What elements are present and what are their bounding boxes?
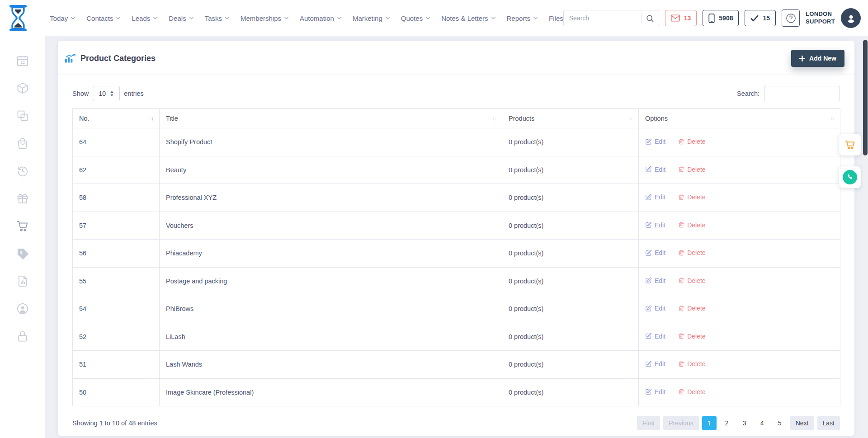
nav-item-marketing[interactable]: Marketing xyxy=(353,14,390,22)
nav-item-tasks[interactable]: Tasks xyxy=(205,14,229,22)
pagination-last[interactable]: Last xyxy=(817,416,840,430)
global-search-input[interactable] xyxy=(564,14,641,22)
tasks-badge[interactable]: 15 xyxy=(745,10,776,26)
table-search-input[interactable] xyxy=(764,86,840,101)
edit-label: Edit xyxy=(655,221,665,229)
delete-label: Delete xyxy=(687,138,705,145)
nav-item-deals[interactable]: Deals xyxy=(169,14,193,22)
topbar-right: 13 5908 15 LONDON SUPPORT xyxy=(563,8,868,28)
edit-button[interactable]: Edit xyxy=(645,277,665,284)
cell-title: Lash Wands xyxy=(160,351,502,379)
nav-item-leads[interactable]: Leads xyxy=(132,14,157,22)
edit-button[interactable]: Edit xyxy=(645,138,665,145)
help-button[interactable] xyxy=(782,9,800,27)
user-name[interactable]: LONDON SUPPORT xyxy=(806,10,835,26)
column-header-options[interactable]: Options↑↓ xyxy=(639,109,840,128)
floating-phone-button[interactable] xyxy=(839,166,861,188)
edit-icon xyxy=(645,250,652,256)
sidebar-item-support[interactable] xyxy=(16,302,29,315)
edit-label: Edit xyxy=(655,277,665,284)
column-header-no[interactable]: No.↑↓ xyxy=(73,109,160,128)
edit-label: Edit xyxy=(655,305,665,312)
pagination-next[interactable]: Next xyxy=(790,416,814,430)
nav-item-reports[interactable]: Reports xyxy=(507,14,538,22)
column-header-products[interactable]: Products↑↓ xyxy=(502,109,639,128)
delete-button[interactable]: Delete xyxy=(678,333,705,340)
sidebar-item-calendar[interactable]: 12 xyxy=(16,54,29,67)
edit-button[interactable]: Edit xyxy=(645,249,665,256)
nav-item-automation[interactable]: Automation xyxy=(300,14,341,22)
cell-no: 50 xyxy=(73,378,160,406)
sidebar-item-gift[interactable] xyxy=(16,192,29,205)
edit-button[interactable]: Edit xyxy=(645,333,665,340)
floating-cart-button[interactable] xyxy=(839,134,861,155)
pagination-page-5[interactable]: 5 xyxy=(773,416,787,430)
cell-no: 57 xyxy=(73,212,160,240)
trash-icon xyxy=(678,138,684,145)
sidebar-item-lock[interactable] xyxy=(16,330,29,343)
delete-button[interactable]: Delete xyxy=(678,221,705,229)
edit-icon xyxy=(645,388,652,395)
edit-button[interactable]: Edit xyxy=(645,360,665,367)
sidebar-item-price-tag[interactable]: $ xyxy=(16,247,29,260)
nav-item-memberships[interactable]: Memberships xyxy=(241,14,288,22)
gift-icon xyxy=(16,192,29,205)
edit-button[interactable]: Edit xyxy=(645,388,665,396)
calls-badge[interactable]: 5908 xyxy=(703,10,739,26)
sidebar-item-cart[interactable] xyxy=(16,220,29,232)
sidebar-item-shopping-bag[interactable] xyxy=(16,137,29,150)
nav-item-notes-letters[interactable]: Notes & Letters xyxy=(441,14,495,22)
trash-icon xyxy=(678,166,684,173)
messages-badge[interactable]: 13 xyxy=(665,10,697,26)
cell-no: 51 xyxy=(73,351,160,379)
cell-title: Beauty xyxy=(160,156,502,184)
pagination-first[interactable]: First xyxy=(637,416,660,430)
edit-button[interactable]: Edit xyxy=(645,166,665,173)
nav-item-quotes[interactable]: Quotes xyxy=(401,14,430,22)
delete-button[interactable]: Delete xyxy=(678,138,705,145)
chart-icon xyxy=(65,53,76,63)
delete-button[interactable]: Delete xyxy=(678,166,705,173)
pagination-page-3[interactable]: 3 xyxy=(737,416,752,430)
user-icon xyxy=(846,13,856,24)
delete-button[interactable]: Delete xyxy=(678,249,705,256)
page-length-select[interactable]: 10 xyxy=(93,86,120,101)
add-new-button[interactable]: Add New xyxy=(791,50,844,67)
avatar[interactable] xyxy=(841,8,861,28)
pagination-page-4[interactable]: 4 xyxy=(755,416,769,430)
plus-icon xyxy=(799,56,805,61)
sidebar-item-report[interactable] xyxy=(16,275,29,287)
cell-no: 54 xyxy=(73,295,160,323)
delete-label: Delete xyxy=(687,277,705,284)
cell-title: Professional XYZ xyxy=(160,184,502,212)
table-row: 62Beauty0 product(s)EditDelete xyxy=(73,156,840,184)
tasks-count: 15 xyxy=(763,14,770,22)
delete-button[interactable]: Delete xyxy=(678,193,705,201)
pagination-previous[interactable]: Previous xyxy=(663,416,698,430)
delete-button[interactable]: Delete xyxy=(678,388,705,396)
delete-button[interactable]: Delete xyxy=(678,360,705,367)
sidebar-item-history[interactable] xyxy=(16,165,29,177)
cell-products: 0 product(s) xyxy=(502,156,639,184)
scrollbar-track[interactable] xyxy=(863,36,868,438)
cell-title: Shopify Product xyxy=(160,128,502,156)
scrollbar-thumb[interactable] xyxy=(863,40,868,155)
sidebar-item-copy[interactable] xyxy=(16,109,29,122)
delete-button[interactable]: Delete xyxy=(678,277,705,284)
edit-button[interactable]: Edit xyxy=(645,193,665,201)
app-logo[interactable] xyxy=(0,5,36,31)
top-bar: TodayContactsLeadsDealsTasksMembershipsA… xyxy=(0,0,868,36)
column-header-title[interactable]: Title↑↓ xyxy=(160,109,502,128)
pagination-page-1[interactable]: 1 xyxy=(702,416,717,430)
search-button[interactable] xyxy=(642,10,659,26)
nav-item-today[interactable]: Today xyxy=(50,14,75,22)
edit-button[interactable]: Edit xyxy=(645,221,665,229)
edit-button[interactable]: Edit xyxy=(645,305,665,312)
pagination-page-2[interactable]: 2 xyxy=(720,416,734,430)
nav-item-files[interactable]: Files xyxy=(549,14,563,22)
phone-circle xyxy=(843,170,857,184)
edit-icon xyxy=(645,277,652,284)
delete-button[interactable]: Delete xyxy=(678,305,705,312)
nav-item-contacts[interactable]: Contacts xyxy=(86,14,120,22)
sidebar-item-package[interactable] xyxy=(16,82,29,94)
